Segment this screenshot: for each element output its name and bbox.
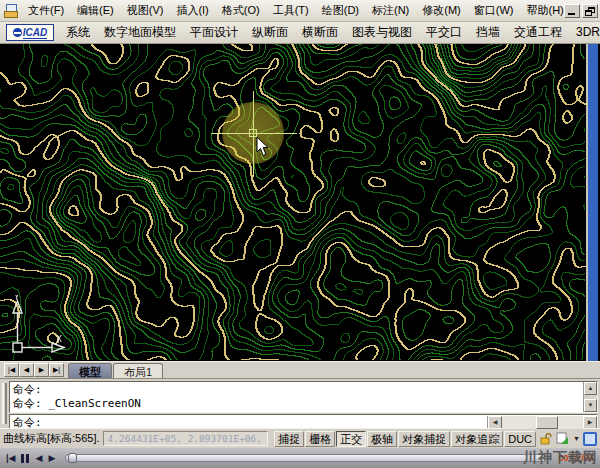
menu-edit[interactable]: 编辑(E) xyxy=(77,3,114,18)
minimize-icon xyxy=(568,13,575,15)
menu-bar-autocad: 文件(F) 编辑(E) 视图(V) 插入(I) 格式(O) 工具(T) 绘图(D… xyxy=(0,0,600,22)
menu-bar-eicad: ICAD 系统 数字地面模型 平面设计 纵断面 横断面 图表与视图 平交口 挡墙… xyxy=(0,22,600,44)
window-controls: × xyxy=(564,4,600,18)
layout-tab-bar: |◀ ◀ ▶ ▶| 模型 布局1 xyxy=(0,361,600,378)
menu-window[interactable]: 窗口(W) xyxy=(474,3,514,18)
eicad-logo-text: ICAD xyxy=(23,27,47,39)
tab-layout1[interactable]: 布局1 xyxy=(113,363,163,378)
command-vscrollbar[interactable]: ▲ ▼ xyxy=(583,382,597,412)
menu-cross-section[interactable]: 横断面 xyxy=(302,24,338,41)
tab-nav-last-icon[interactable]: ▶| xyxy=(49,363,64,377)
menu-3droad[interactable]: 3DRoad建模 xyxy=(576,24,600,41)
toggle-osnap[interactable]: 对象捕捉 xyxy=(398,431,450,447)
command-window: 命令: 命令: _CleanScreenON ▲ ▼ 命令: ◀ ▶ xyxy=(0,378,600,428)
tab-model[interactable]: 模型 xyxy=(68,363,112,378)
drawing-file-icon[interactable] xyxy=(4,4,20,18)
restore-button[interactable] xyxy=(582,4,598,18)
scroll-down-icon[interactable]: ▼ xyxy=(584,399,597,412)
menu-insert[interactable]: 插入(I) xyxy=(176,3,208,18)
menu-items: 文件(F) 编辑(E) 视图(V) 插入(I) 格式(O) 工具(T) 绘图(D… xyxy=(28,3,564,18)
minimize-button[interactable] xyxy=(564,4,580,18)
command-history-line2: 命令: _CleanScreenON xyxy=(13,397,141,410)
tab-nav-prev-icon[interactable]: ◀ xyxy=(19,363,34,377)
eicad-menu-items: 系统 数字地面模型 平面设计 纵断面 横断面 图表与视图 平交口 挡墙 交通工程… xyxy=(66,24,600,41)
menu-plan-design[interactable]: 平面设计 xyxy=(190,24,238,41)
status-prompt-text: 曲线标高[标高:565]. xyxy=(3,431,100,446)
toggle-grid[interactable]: 栅格 xyxy=(305,431,335,447)
toggle-ortho[interactable]: 正交 xyxy=(336,431,366,447)
drawing-area: Y X xyxy=(0,44,600,361)
menu-view[interactable]: 视图(V) xyxy=(127,3,164,18)
menu-intersection[interactable]: 平交口 xyxy=(426,24,462,41)
command-history-line1: 命令: xyxy=(13,383,42,396)
tab-nav-buttons: |◀ ◀ ▶ ▶| xyxy=(4,363,64,377)
toggle-ducs[interactable]: DUC xyxy=(504,431,536,447)
menu-traffic-eng[interactable]: 交通工程 xyxy=(514,24,562,41)
skip-start-icon[interactable]: |◀ xyxy=(6,453,15,463)
command-window-grip[interactable] xyxy=(2,383,7,424)
menu-dimension[interactable]: 标注(N) xyxy=(372,3,409,18)
contour-map-canvas[interactable] xyxy=(0,44,586,361)
menu-tools[interactable]: 工具(T) xyxy=(273,3,309,18)
eicad-window: 文件(F) 编辑(E) 视图(V) 插入(I) 格式(O) 工具(T) 绘图(D… xyxy=(0,0,600,468)
previous-icon[interactable]: ◀ xyxy=(35,453,42,463)
tab-nav-next-icon[interactable]: ▶ xyxy=(34,363,49,377)
watermark-text: 川神下载网 xyxy=(523,449,598,467)
scroll-up-icon[interactable]: ▲ xyxy=(584,382,597,395)
tab-nav-first-icon[interactable]: |◀ xyxy=(4,363,19,377)
menu-file[interactable]: 文件(F) xyxy=(28,3,64,18)
command-hscrollbar[interactable]: ◀ ▶ xyxy=(487,416,597,429)
menu-charts-views[interactable]: 图表与视图 xyxy=(352,24,412,41)
menu-modify[interactable]: 修改(M) xyxy=(422,3,461,18)
ucs-y-label: Y xyxy=(13,295,20,302)
toggle-snap[interactable]: 捕捉 xyxy=(274,431,304,447)
pause-icon[interactable] xyxy=(21,454,29,463)
command-history[interactable]: 命令: 命令: _CleanScreenON xyxy=(10,382,583,412)
video-player-bar: |◀ ◀ ▶ 00:02/05 川神下载网 xyxy=(0,448,600,468)
ucs-x-label: X xyxy=(56,334,62,344)
video-progress-track[interactable] xyxy=(65,454,548,462)
toolbar-window-positions-icon[interactable] xyxy=(554,431,570,447)
hscroll-thumb[interactable] xyxy=(536,416,558,429)
ucs-icon: Y X xyxy=(6,295,68,359)
menu-retaining-wall[interactable]: 挡墙 xyxy=(476,24,500,41)
next-icon[interactable]: ▶ xyxy=(48,453,55,463)
menu-system[interactable]: 系统 xyxy=(66,24,90,41)
eicad-logo-icon xyxy=(13,28,22,37)
menu-help[interactable]: 帮助(H) xyxy=(527,3,564,18)
status-bar: 曲线标高[标高:565]. 4.264431E+05, 2.893701E+06… xyxy=(0,428,600,448)
menu-format[interactable]: 格式(O) xyxy=(222,3,260,18)
video-progress-thumb[interactable] xyxy=(68,453,77,463)
clean-screen-button[interactable] xyxy=(583,432,597,446)
eicad-logo: ICAD xyxy=(6,24,54,41)
coordinates-readout[interactable]: 4.264431E+05, 2.893701E+06, 0.000000E+00 xyxy=(103,431,269,446)
menu-draw[interactable]: 绘图(D) xyxy=(322,3,359,18)
unlock-icon[interactable] xyxy=(537,431,553,447)
menu-dtm[interactable]: 数字地面模型 xyxy=(104,24,176,41)
status-dropdown-icon[interactable]: ▼ xyxy=(571,435,582,442)
toggle-polar[interactable]: 极轴 xyxy=(367,431,397,447)
pickbox xyxy=(249,129,257,137)
window-frame-right xyxy=(586,44,598,361)
status-toggles: 捕捉 栅格 正交 极轴 对象捕捉 对象追踪 DUC ▼ xyxy=(274,431,597,447)
toggle-otrack[interactable]: 对象追踪 xyxy=(451,431,503,447)
menu-profile[interactable]: 纵断面 xyxy=(252,24,288,41)
